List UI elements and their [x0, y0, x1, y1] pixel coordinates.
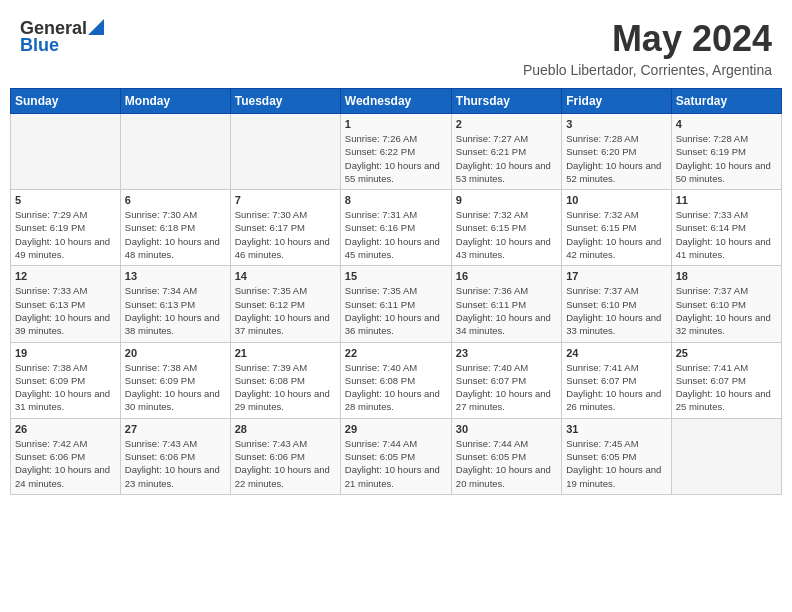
sunrise-text: Sunrise: 7:43 AM	[125, 438, 197, 449]
day-info: Sunrise: 7:45 AM Sunset: 6:05 PM Dayligh…	[566, 437, 666, 490]
day-info: Sunrise: 7:43 AM Sunset: 6:06 PM Dayligh…	[235, 437, 336, 490]
daylight-text: Daylight: 10 hours and 29 minutes.	[235, 388, 330, 412]
sunrise-text: Sunrise: 7:38 AM	[15, 362, 87, 373]
day-number: 25	[676, 347, 777, 359]
day-cell: 17 Sunrise: 7:37 AM Sunset: 6:10 PM Dayl…	[562, 266, 671, 342]
page-header: General Blue May 2024 Pueblo Libertador,…	[10, 10, 782, 82]
sunset-text: Sunset: 6:17 PM	[235, 222, 305, 233]
sunrise-text: Sunrise: 7:38 AM	[125, 362, 197, 373]
day-cell: 8 Sunrise: 7:31 AM Sunset: 6:16 PM Dayli…	[340, 190, 451, 266]
day-number: 24	[566, 347, 666, 359]
sunrise-text: Sunrise: 7:45 AM	[566, 438, 638, 449]
day-number: 26	[15, 423, 116, 435]
day-cell: 18 Sunrise: 7:37 AM Sunset: 6:10 PM Dayl…	[671, 266, 781, 342]
sunset-text: Sunset: 6:13 PM	[15, 299, 85, 310]
daylight-text: Daylight: 10 hours and 21 minutes.	[345, 464, 440, 488]
sunset-text: Sunset: 6:07 PM	[456, 375, 526, 386]
sunset-text: Sunset: 6:16 PM	[345, 222, 415, 233]
day-number: 10	[566, 194, 666, 206]
day-header-wednesday: Wednesday	[340, 89, 451, 114]
sunset-text: Sunset: 6:09 PM	[125, 375, 195, 386]
sunrise-text: Sunrise: 7:36 AM	[456, 285, 528, 296]
day-info: Sunrise: 7:34 AM Sunset: 6:13 PM Dayligh…	[125, 284, 226, 337]
sunrise-text: Sunrise: 7:43 AM	[235, 438, 307, 449]
daylight-text: Daylight: 10 hours and 41 minutes.	[676, 236, 771, 260]
day-header-sunday: Sunday	[11, 89, 121, 114]
sunset-text: Sunset: 6:06 PM	[125, 451, 195, 462]
daylight-text: Daylight: 10 hours and 31 minutes.	[15, 388, 110, 412]
day-info: Sunrise: 7:44 AM Sunset: 6:05 PM Dayligh…	[456, 437, 557, 490]
sunrise-text: Sunrise: 7:44 AM	[345, 438, 417, 449]
sunrise-text: Sunrise: 7:35 AM	[235, 285, 307, 296]
sunset-text: Sunset: 6:08 PM	[235, 375, 305, 386]
day-cell: 7 Sunrise: 7:30 AM Sunset: 6:17 PM Dayli…	[230, 190, 340, 266]
day-cell: 11 Sunrise: 7:33 AM Sunset: 6:14 PM Dayl…	[671, 190, 781, 266]
day-number: 27	[125, 423, 226, 435]
day-number: 5	[15, 194, 116, 206]
day-header-friday: Friday	[562, 89, 671, 114]
day-number: 3	[566, 118, 666, 130]
day-number: 9	[456, 194, 557, 206]
daylight-text: Daylight: 10 hours and 37 minutes.	[235, 312, 330, 336]
sunset-text: Sunset: 6:07 PM	[676, 375, 746, 386]
day-number: 21	[235, 347, 336, 359]
day-info: Sunrise: 7:28 AM Sunset: 6:20 PM Dayligh…	[566, 132, 666, 185]
day-cell: 2 Sunrise: 7:27 AM Sunset: 6:21 PM Dayli…	[451, 114, 561, 190]
svg-marker-0	[88, 19, 104, 35]
sunrise-text: Sunrise: 7:37 AM	[676, 285, 748, 296]
day-info: Sunrise: 7:29 AM Sunset: 6:19 PM Dayligh…	[15, 208, 116, 261]
sunrise-text: Sunrise: 7:28 AM	[566, 133, 638, 144]
day-number: 28	[235, 423, 336, 435]
day-cell	[120, 114, 230, 190]
day-number: 17	[566, 270, 666, 282]
day-info: Sunrise: 7:36 AM Sunset: 6:11 PM Dayligh…	[456, 284, 557, 337]
day-cell: 12 Sunrise: 7:33 AM Sunset: 6:13 PM Dayl…	[11, 266, 121, 342]
sunset-text: Sunset: 6:10 PM	[676, 299, 746, 310]
day-number: 1	[345, 118, 447, 130]
day-info: Sunrise: 7:35 AM Sunset: 6:11 PM Dayligh…	[345, 284, 447, 337]
sunrise-text: Sunrise: 7:30 AM	[235, 209, 307, 220]
day-cell: 22 Sunrise: 7:40 AM Sunset: 6:08 PM Dayl…	[340, 342, 451, 418]
day-header-monday: Monday	[120, 89, 230, 114]
sunrise-text: Sunrise: 7:33 AM	[15, 285, 87, 296]
daylight-text: Daylight: 10 hours and 48 minutes.	[125, 236, 220, 260]
sunset-text: Sunset: 6:18 PM	[125, 222, 195, 233]
day-number: 8	[345, 194, 447, 206]
day-cell	[11, 114, 121, 190]
sunrise-text: Sunrise: 7:40 AM	[345, 362, 417, 373]
sunset-text: Sunset: 6:20 PM	[566, 146, 636, 157]
sunrise-text: Sunrise: 7:32 AM	[566, 209, 638, 220]
sunrise-text: Sunrise: 7:32 AM	[456, 209, 528, 220]
sunset-text: Sunset: 6:05 PM	[456, 451, 526, 462]
day-number: 11	[676, 194, 777, 206]
daylight-text: Daylight: 10 hours and 42 minutes.	[566, 236, 661, 260]
sunset-text: Sunset: 6:21 PM	[456, 146, 526, 157]
day-info: Sunrise: 7:38 AM Sunset: 6:09 PM Dayligh…	[15, 361, 116, 414]
sunset-text: Sunset: 6:19 PM	[15, 222, 85, 233]
day-number: 15	[345, 270, 447, 282]
sunrise-text: Sunrise: 7:30 AM	[125, 209, 197, 220]
sunset-text: Sunset: 6:10 PM	[566, 299, 636, 310]
day-cell: 1 Sunrise: 7:26 AM Sunset: 6:22 PM Dayli…	[340, 114, 451, 190]
sunset-text: Sunset: 6:14 PM	[676, 222, 746, 233]
sunrise-text: Sunrise: 7:35 AM	[345, 285, 417, 296]
day-info: Sunrise: 7:31 AM Sunset: 6:16 PM Dayligh…	[345, 208, 447, 261]
sunset-text: Sunset: 6:09 PM	[15, 375, 85, 386]
sunrise-text: Sunrise: 7:27 AM	[456, 133, 528, 144]
sunrise-text: Sunrise: 7:44 AM	[456, 438, 528, 449]
sunset-text: Sunset: 6:08 PM	[345, 375, 415, 386]
day-cell: 3 Sunrise: 7:28 AM Sunset: 6:20 PM Dayli…	[562, 114, 671, 190]
week-row-4: 26 Sunrise: 7:42 AM Sunset: 6:06 PM Dayl…	[11, 418, 782, 494]
daylight-text: Daylight: 10 hours and 33 minutes.	[566, 312, 661, 336]
daylight-text: Daylight: 10 hours and 32 minutes.	[676, 312, 771, 336]
day-info: Sunrise: 7:40 AM Sunset: 6:07 PM Dayligh…	[456, 361, 557, 414]
daylight-text: Daylight: 10 hours and 43 minutes.	[456, 236, 551, 260]
sunset-text: Sunset: 6:22 PM	[345, 146, 415, 157]
sunset-text: Sunset: 6:06 PM	[15, 451, 85, 462]
day-cell: 29 Sunrise: 7:44 AM Sunset: 6:05 PM Dayl…	[340, 418, 451, 494]
day-info: Sunrise: 7:27 AM Sunset: 6:21 PM Dayligh…	[456, 132, 557, 185]
day-cell: 30 Sunrise: 7:44 AM Sunset: 6:05 PM Dayl…	[451, 418, 561, 494]
day-info: Sunrise: 7:40 AM Sunset: 6:08 PM Dayligh…	[345, 361, 447, 414]
day-cell: 28 Sunrise: 7:43 AM Sunset: 6:06 PM Dayl…	[230, 418, 340, 494]
day-cell: 16 Sunrise: 7:36 AM Sunset: 6:11 PM Dayl…	[451, 266, 561, 342]
